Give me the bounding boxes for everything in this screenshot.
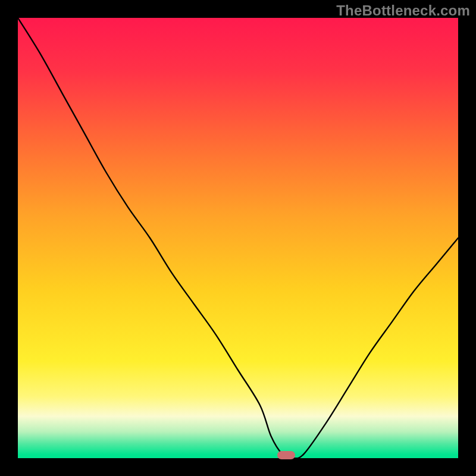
- chart-frame: TheBottleneck.com: [0, 0, 476, 476]
- curve-line: [18, 18, 458, 458]
- watermark-text: TheBottleneck.com: [336, 2, 470, 19]
- plot-area: [18, 18, 458, 458]
- optimal-point-marker: [277, 451, 295, 459]
